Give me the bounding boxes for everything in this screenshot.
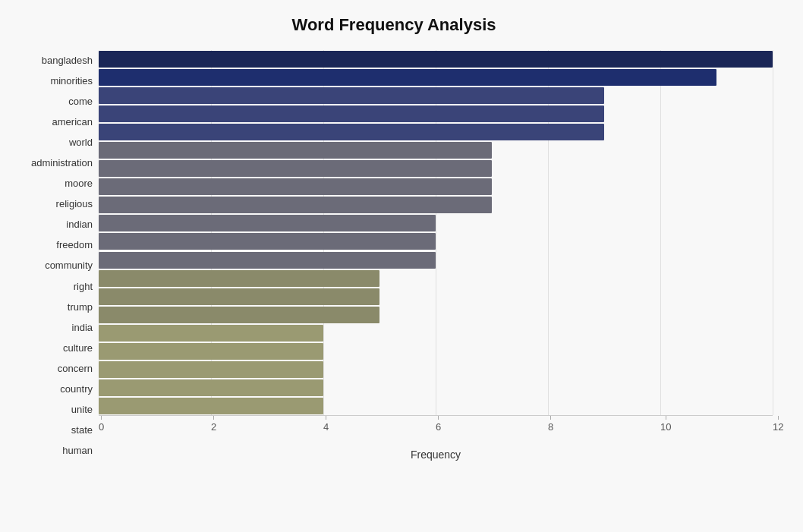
y-label: community: [45, 255, 93, 275]
y-label: trump: [68, 297, 93, 317]
bars-section: [99, 50, 773, 415]
bar: [99, 69, 716, 86]
x-tick-label: 2: [211, 421, 216, 433]
bar-row: [99, 397, 773, 415]
bar: [99, 343, 323, 360]
x-tick-line: [326, 416, 326, 420]
bar-row: [99, 288, 773, 306]
bar: [99, 178, 492, 195]
bar-row: [99, 196, 773, 214]
bar-row: [99, 214, 773, 232]
x-tick-label: 0: [99, 421, 104, 433]
bar-row: [99, 379, 773, 397]
x-tick-line: [438, 416, 439, 420]
y-label: freedom: [56, 235, 93, 255]
bar: [99, 288, 379, 305]
bar: [99, 124, 604, 140]
x-axis: 024681012: [99, 415, 773, 445]
x-tick-line: [778, 416, 779, 420]
bar-row: [99, 324, 773, 342]
y-label: human: [62, 440, 93, 461]
chart-container: Word Frequency Analysis bangladeshminori…: [0, 0, 803, 532]
y-label: come: [68, 91, 93, 112]
bar: [99, 160, 492, 177]
y-label: concern: [58, 358, 93, 379]
y-label: unite: [71, 399, 93, 420]
bar: [99, 87, 604, 104]
bar: [99, 233, 436, 250]
y-label: administration: [31, 153, 93, 173]
y-label: state: [71, 420, 93, 440]
bar-row: [99, 342, 773, 360]
bar: [99, 51, 773, 68]
x-axis-title: Frequency: [99, 449, 773, 461]
x-tick-line: [213, 416, 214, 420]
x-tick: 4: [323, 416, 329, 433]
bar-row: [99, 87, 773, 105]
bar: [99, 105, 604, 122]
bar: [99, 252, 436, 269]
y-axis-labels: bangladeshminoritiescomeamericanworldadm…: [15, 50, 99, 461]
y-label: american: [52, 112, 93, 132]
y-label: indian: [66, 214, 93, 235]
chart-title: Word Frequency Analysis: [15, 15, 773, 35]
bar-row: [99, 50, 773, 68]
y-label: right: [74, 276, 93, 297]
bar: [99, 197, 492, 213]
x-tick-label: 6: [436, 421, 441, 433]
y-label: minorities: [50, 71, 93, 91]
x-tick: 0: [99, 416, 104, 433]
x-tick: 10: [660, 416, 671, 433]
bar: [99, 398, 323, 414]
bar-row: [99, 251, 773, 269]
x-tick-line: [101, 416, 102, 420]
y-label: india: [72, 317, 93, 338]
x-tick: 12: [773, 416, 783, 433]
bar-row: [99, 141, 773, 159]
y-label: religious: [56, 194, 93, 214]
bar: [99, 215, 436, 231]
chart-area: bangladeshminoritiescomeamericanworldadm…: [15, 50, 773, 461]
bar: [99, 307, 379, 323]
y-label: world: [69, 132, 93, 153]
grid-line: [773, 50, 773, 415]
bar-row: [99, 105, 773, 123]
x-tick: 2: [211, 416, 216, 433]
x-tick: 8: [548, 416, 553, 433]
bar-row: [99, 306, 773, 324]
bar: [99, 142, 492, 159]
x-tick-label: 12: [773, 421, 783, 433]
x-tick-line: [666, 416, 666, 420]
bars-and-x: 024681012 Frequency: [99, 50, 773, 461]
x-tick-label: 4: [323, 421, 329, 433]
bar-row: [99, 269, 773, 288]
bars-wrapper: [99, 50, 773, 415]
bar-row: [99, 232, 773, 250]
bar-row: [99, 360, 773, 379]
y-label: culture: [63, 338, 93, 358]
bar: [99, 361, 323, 378]
y-label: country: [60, 379, 93, 399]
x-tick-label: 8: [548, 421, 553, 433]
bar-row: [99, 68, 773, 87]
grid-and-bars: [99, 50, 773, 415]
bar-row: [99, 178, 773, 196]
bar-row: [99, 159, 773, 178]
x-tick: 6: [436, 416, 441, 433]
bar: [99, 270, 379, 287]
x-tick-line: [550, 416, 551, 420]
x-tick-label: 10: [660, 421, 671, 433]
bar-row: [99, 123, 773, 141]
y-label: bangladesh: [42, 50, 93, 71]
y-label: moore: [65, 173, 93, 194]
bar: [99, 379, 323, 396]
bar: [99, 325, 323, 342]
